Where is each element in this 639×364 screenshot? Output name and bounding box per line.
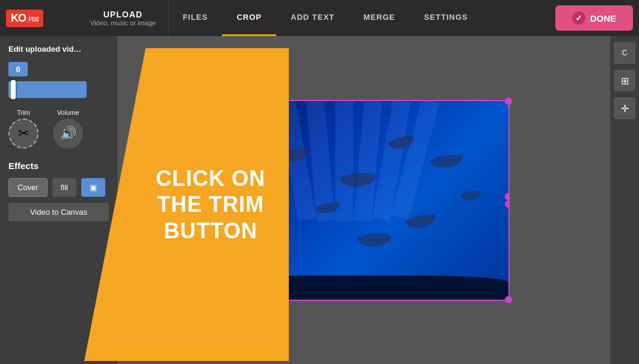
nav-crop[interactable]: CROP	[222, 0, 276, 36]
logo-text: KO	[11, 12, 26, 24]
video-to-canvas-button[interactable]: Video to Canvas	[8, 203, 109, 221]
upload-label: UPLOAD	[103, 10, 143, 19]
right-btn-2[interactable]: ⊞	[614, 70, 635, 91]
nav-add-text[interactable]: ADD TEXT	[276, 0, 349, 36]
overlay-line2: THE TRIM	[156, 191, 265, 217]
main-area: Edit uploaded vid… 0 Trim ✂ Volume 🔊	[0, 36, 639, 364]
done-check-icon: ✓	[572, 11, 585, 25]
effects-row: Cover fill ▣	[8, 178, 109, 197]
right-handle-2[interactable]	[505, 193, 508, 200]
grid-button[interactable]: ▣	[81, 178, 105, 197]
trim-group: Trim ✂	[8, 109, 39, 149]
corner-br[interactable]	[505, 296, 512, 303]
counter-value: 0	[16, 65, 20, 74]
overlay-text: CLICK ON THE TRIM BUTTON	[156, 165, 265, 244]
upload-sub: Video, music or image	[90, 19, 156, 26]
trim-button[interactable]: ✂	[8, 119, 39, 149]
logo: KO PIXI	[6, 10, 43, 27]
volume-icon: 🔊	[60, 126, 76, 141]
nav-files[interactable]: FILES	[168, 0, 223, 36]
right-handle[interactable]	[505, 200, 508, 208]
volume-label: Volume	[57, 109, 79, 116]
fish-7	[460, 190, 482, 202]
right-panel: C ⊞ ✛	[610, 36, 639, 364]
volume-group: Volume 🔊	[53, 109, 83, 149]
slider-bar[interactable]	[8, 81, 87, 98]
slider-thumb[interactable]	[11, 80, 16, 99]
trim-icon: ✂	[18, 126, 29, 141]
volume-button[interactable]: 🔊	[53, 119, 83, 149]
done-button[interactable]: ✓ DONE	[555, 5, 633, 31]
overlay-line3: BUTTON	[156, 218, 265, 244]
right-btn-3[interactable]: ✛	[614, 97, 635, 119]
trim-label: Trim	[17, 109, 30, 116]
counter-box: 0	[8, 62, 28, 76]
cover-button[interactable]: Cover	[8, 178, 48, 197]
corner-tr[interactable]	[505, 97, 512, 105]
upload-section[interactable]: UPLOAD Video, music or image	[78, 0, 168, 36]
right-btn-1[interactable]: C	[614, 42, 635, 64]
logo-sub: PIXI	[28, 16, 39, 23]
effects-title: Effects	[8, 161, 109, 171]
fish-4	[429, 153, 463, 169]
overlay-line1: CLICK ON	[156, 165, 265, 191]
slider-container[interactable]	[8, 81, 109, 98]
trim-volume-row: Trim ✂ Volume 🔊	[8, 109, 109, 149]
fish-9	[405, 212, 437, 230]
logo-area: KO PIXI	[6, 10, 78, 27]
nav-merge[interactable]: MERGE	[349, 0, 410, 36]
nav-settings[interactable]: SETTINGS	[410, 0, 483, 36]
edit-title: Edit uploaded vid…	[8, 45, 109, 54]
fish-8	[357, 232, 392, 248]
fill-button[interactable]: fill	[52, 178, 76, 197]
topbar: KO PIXI UPLOAD Video, music or image FIL…	[0, 0, 639, 36]
nav-items: FILES CROP ADD TEXT MERGE SETTINGS	[168, 0, 555, 36]
done-label: DONE	[590, 13, 616, 23]
